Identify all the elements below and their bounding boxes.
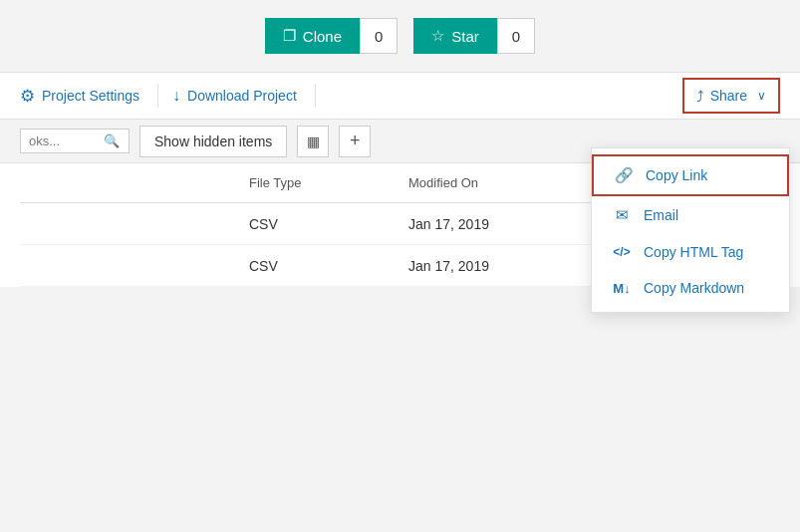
- download-project-item[interactable]: ↓ Download Project: [172, 73, 315, 119]
- project-settings-item[interactable]: ⚙ Project Settings: [20, 73, 157, 119]
- download-icon: ↓: [172, 87, 180, 105]
- html-tag-icon: </>: [612, 245, 632, 259]
- star-group: ☆ Star 0: [413, 18, 535, 54]
- cell-type-1: CSV: [249, 216, 408, 232]
- search-icon: 🔍: [104, 133, 120, 148]
- clone-icon: ❐: [283, 27, 296, 45]
- copy-link-label: Copy Link: [646, 167, 707, 183]
- preview-icon-button[interactable]: ▦: [297, 126, 329, 157]
- email-label: Email: [644, 207, 678, 223]
- clone-count[interactable]: 0: [360, 18, 398, 54]
- col-filetype-header: File Type: [249, 175, 408, 190]
- copy-html-item[interactable]: </> Copy HTML Tag: [592, 234, 789, 270]
- copy-markdown-label: Copy Markdown: [644, 280, 744, 296]
- link-icon: 🔗: [614, 166, 634, 184]
- markdown-icon: M↓: [612, 281, 632, 296]
- chevron-down-icon: ∨: [757, 89, 766, 103]
- preview-icon: ▦: [307, 133, 320, 149]
- search-input-wrap[interactable]: 🔍: [20, 129, 130, 153]
- share-dropdown: 🔗 Copy Link ✉ Email </> Copy HTML Tag M↓…: [591, 147, 790, 313]
- cell-date-2: Jan 17, 2019: [408, 258, 489, 274]
- toolbar-divider-1: [157, 84, 158, 108]
- download-project-label: Download Project: [187, 88, 297, 104]
- col-modified-header: Modified On: [408, 175, 478, 190]
- show-hidden-button[interactable]: Show hidden items: [139, 126, 287, 157]
- clone-button[interactable]: ❐ Clone: [265, 18, 360, 54]
- clone-group: ❐ Clone 0: [265, 18, 399, 54]
- toolbar-divider-2: [315, 84, 316, 108]
- project-settings-label: Project Settings: [42, 88, 139, 104]
- star-button[interactable]: ☆ Star: [413, 18, 497, 54]
- copy-markdown-item[interactable]: M↓ Copy Markdown: [592, 270, 789, 306]
- clone-label: Clone: [303, 28, 342, 45]
- star-icon: ☆: [431, 27, 444, 45]
- copy-html-label: Copy HTML Tag: [644, 244, 743, 260]
- search-input[interactable]: [29, 133, 99, 148]
- copy-link-item[interactable]: 🔗 Copy Link: [592, 154, 789, 196]
- cell-date-1: Jan 17, 2019: [408, 216, 489, 232]
- email-item[interactable]: ✉ Email: [592, 196, 789, 234]
- toolbar: ⚙ Project Settings ↓ Download Project ⤴ …: [0, 72, 800, 120]
- add-button[interactable]: +: [339, 126, 371, 157]
- share-button[interactable]: ⤴ Share ∨: [682, 78, 780, 114]
- email-icon: ✉: [612, 206, 632, 224]
- share-icon: ⤴: [696, 88, 704, 105]
- star-label: Star: [451, 28, 479, 45]
- star-count[interactable]: 0: [497, 18, 535, 54]
- top-bar: ❐ Clone 0 ☆ Star 0: [0, 0, 800, 72]
- gear-icon: ⚙: [20, 86, 35, 107]
- plus-icon: +: [350, 131, 361, 151]
- share-label: Share: [710, 88, 747, 104]
- cell-type-2: CSV: [249, 258, 408, 274]
- show-hidden-label: Show hidden items: [154, 133, 272, 149]
